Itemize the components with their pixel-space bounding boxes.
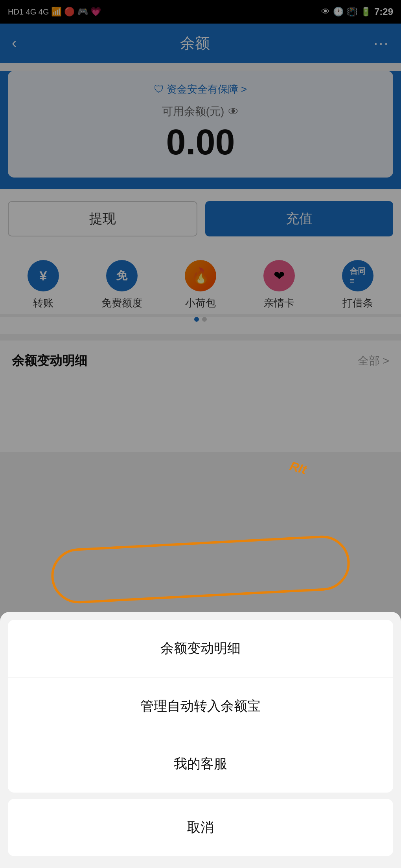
bottom-sheet: 余额变动明细 管理自动转入余额宝 我的客服 取消 bbox=[0, 612, 401, 868]
sheet-item-balance-detail[interactable]: 余额变动明细 bbox=[8, 620, 393, 678]
sheet-menu: 余额变动明细 管理自动转入余额宝 我的客服 bbox=[8, 620, 393, 793]
sheet-cancel-button[interactable]: 取消 bbox=[8, 799, 393, 856]
sheet-item-customer-service[interactable]: 我的客服 bbox=[8, 735, 393, 793]
sheet-item-manage-auto[interactable]: 管理自动转入余额宝 bbox=[8, 678, 393, 735]
